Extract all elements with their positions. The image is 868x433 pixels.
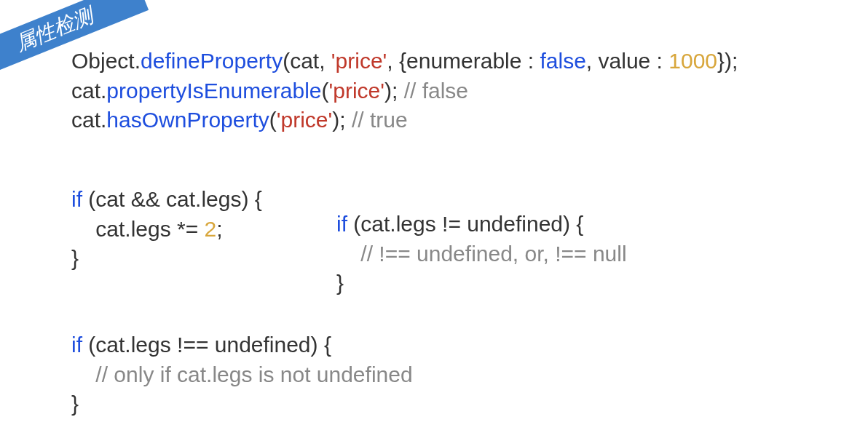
code-line: // only if cat.legs is not undefined <box>71 360 413 390</box>
comment: // true <box>352 108 408 132</box>
snippet-3: if (cat.legs != undefined) { // !== unde… <box>336 210 627 298</box>
t: , {enumerable : <box>387 49 540 73</box>
t: ); <box>332 108 352 132</box>
kw: if <box>71 187 82 211</box>
method: propertyIsEnumerable <box>106 79 321 103</box>
snippet-2: if (cat && cat.legs) { cat.legs *= 2; } <box>71 185 262 274</box>
t: cat. <box>71 108 106 132</box>
t: Object. <box>71 49 141 73</box>
string: 'price' <box>277 108 332 132</box>
kw: if <box>336 212 347 236</box>
code-line: } <box>336 269 627 298</box>
t <box>336 242 360 266</box>
code-line: } <box>71 389 413 419</box>
code-line: if (cat.legs != undefined) { <box>336 210 627 239</box>
code-line: if (cat && cat.legs) { <box>71 185 262 215</box>
num: 2 <box>205 217 217 241</box>
kw: if <box>71 333 82 357</box>
method: defineProperty <box>141 49 283 73</box>
comment: // false <box>404 79 468 103</box>
t: , value : <box>586 49 668 73</box>
code-line: } <box>71 244 262 274</box>
t: ( <box>322 79 329 103</box>
code-line: cat.legs *= 2; <box>71 215 262 245</box>
kw: false <box>540 49 585 73</box>
t <box>71 362 95 386</box>
t: }); <box>717 49 738 73</box>
code-line: cat.hasOwnProperty('price'); // true <box>71 106 738 135</box>
code-line: cat.propertyIsEnumerable('price'); // fa… <box>71 76 738 106</box>
code-line: // !== undefined, or, !== null <box>336 239 627 269</box>
t: cat. <box>71 79 106 103</box>
t: ( <box>269 108 277 132</box>
t: (cat && cat.legs) { <box>82 187 262 211</box>
comment: // only if cat.legs is not undefined <box>95 362 412 386</box>
snippet-4: if (cat.legs !== undefined) { // only if… <box>71 330 413 419</box>
code-line: Object.defineProperty(cat, 'price', {enu… <box>71 47 738 76</box>
snippet-1: Object.defineProperty(cat, 'price', {enu… <box>71 47 738 135</box>
num: 1000 <box>668 49 717 73</box>
t: (cat.legs !== undefined) { <box>82 333 331 357</box>
method: hasOwnProperty <box>106 108 269 132</box>
t: (cat, <box>283 49 331 73</box>
comment: // !== undefined, or, !== null <box>360 242 626 266</box>
t: ; <box>216 217 222 241</box>
t: cat.legs *= <box>71 217 205 241</box>
code-line: if (cat.legs !== undefined) { <box>71 330 413 360</box>
string: 'price' <box>329 79 384 103</box>
t: ); <box>384 79 404 103</box>
string: 'price' <box>331 49 387 73</box>
t: (cat.legs != undefined) { <box>347 212 583 236</box>
